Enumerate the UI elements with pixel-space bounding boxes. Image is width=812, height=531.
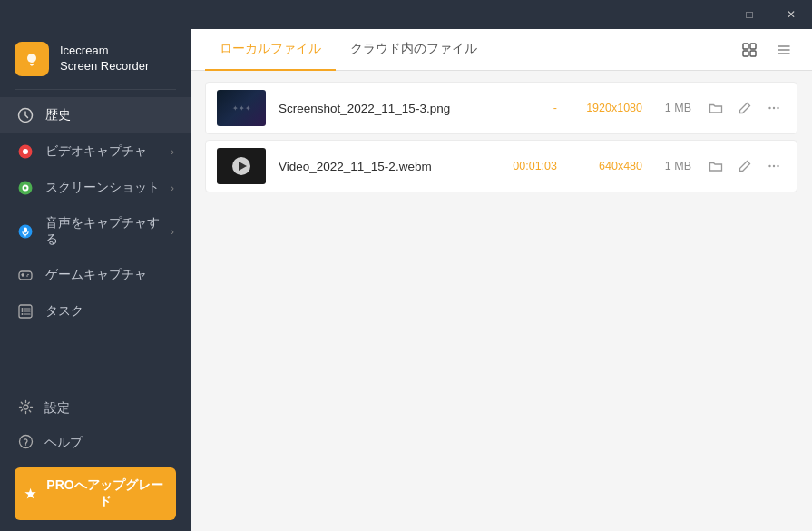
sidebar-item-game-label: ゲームキャプチャ bbox=[45, 267, 147, 283]
svg-rect-9 bbox=[24, 228, 27, 233]
sidebar-logo: Icecream Screen Recorder bbox=[0, 29, 191, 89]
main-content: ローカルファイル クラウド内のファイル bbox=[191, 29, 812, 531]
maximize-button[interactable]: □ bbox=[729, 0, 770, 29]
sidebar-item-audio-capture[interactable]: 音声をキャプチャする › bbox=[0, 206, 191, 257]
open-folder-button-2[interactable] bbox=[704, 154, 728, 178]
file-thumbnail-2 bbox=[217, 148, 266, 184]
more-button-1[interactable] bbox=[762, 96, 786, 120]
more-button-2[interactable] bbox=[762, 154, 786, 178]
svg-rect-30 bbox=[750, 51, 756, 56]
tab-cloud-files-label: クラウド内のファイル bbox=[350, 41, 477, 57]
svg-point-25 bbox=[20, 436, 33, 448]
view-toggle-group bbox=[736, 36, 797, 64]
svg-point-38 bbox=[773, 165, 775, 167]
file-duration-2: 00:01:03 bbox=[503, 160, 557, 172]
svg-point-15 bbox=[27, 274, 29, 276]
app-logo-icon bbox=[15, 42, 49, 76]
sidebar-item-tasks[interactable]: タスク bbox=[0, 293, 191, 329]
app-name: Icecream Screen Recorder bbox=[60, 44, 149, 74]
file-size-1: 1 MB bbox=[655, 102, 691, 114]
star-icon: ★ bbox=[24, 487, 36, 501]
minimize-button[interactable]: － bbox=[687, 0, 729, 29]
open-folder-button-1[interactable] bbox=[704, 96, 728, 120]
chevron-right-icon-3: › bbox=[171, 226, 174, 237]
file-size-2: 1 MB bbox=[655, 160, 691, 172]
sidebar-item-screenshot-label: スクリーンショット bbox=[45, 180, 160, 196]
grid-view-button[interactable] bbox=[736, 36, 763, 64]
file-resolution-1: 1920x1080 bbox=[570, 102, 642, 114]
sidebar-item-video-capture[interactable]: ビデオキャプチャ › bbox=[0, 133, 191, 170]
mic-icon bbox=[16, 222, 34, 241]
svg-point-4 bbox=[23, 149, 28, 154]
file-actions-2 bbox=[704, 154, 786, 178]
camera-icon bbox=[16, 179, 34, 197]
close-button[interactable]: ✕ bbox=[770, 0, 812, 29]
svg-point-35 bbox=[773, 107, 775, 109]
upgrade-button[interactable]: ★ PROへアップグレード bbox=[15, 467, 176, 520]
file-row: Video_2022_11_15-2.webm 00:01:03 640x480… bbox=[205, 140, 797, 192]
file-resolution-2: 640x480 bbox=[570, 160, 642, 172]
svg-rect-11 bbox=[19, 271, 32, 280]
tab-local-files-label: ローカルファイル bbox=[220, 41, 321, 57]
help-item[interactable]: ヘルプ bbox=[15, 426, 176, 460]
sidebar-item-screenshot[interactable]: スクリーンショット › bbox=[0, 170, 191, 206]
file-actions-1 bbox=[704, 96, 786, 120]
sidebar: Icecream Screen Recorder 歴史 bbox=[0, 29, 191, 531]
svg-point-22 bbox=[22, 313, 24, 315]
sidebar-item-video-label: ビデオキャプチャ bbox=[45, 143, 147, 160]
upgrade-label: PROへアップグレード bbox=[44, 477, 166, 510]
edit-button-2[interactable] bbox=[733, 154, 757, 178]
help-label: ヘルプ bbox=[44, 435, 83, 451]
window-controls: － □ ✕ bbox=[687, 0, 812, 29]
chevron-right-icon: › bbox=[171, 146, 174, 157]
file-name-1: Screenshot_2022_11_15-3.png bbox=[279, 102, 490, 115]
svg-rect-27 bbox=[743, 44, 748, 49]
sidebar-item-history-label: 歴史 bbox=[45, 107, 71, 123]
settings-label: 設定 bbox=[44, 400, 70, 417]
svg-point-16 bbox=[26, 275, 28, 277]
play-icon bbox=[232, 157, 250, 175]
svg-point-1 bbox=[27, 54, 36, 63]
game-icon bbox=[16, 266, 34, 284]
svg-rect-29 bbox=[743, 51, 748, 56]
edit-button-1[interactable] bbox=[733, 96, 757, 120]
sidebar-item-audio-label: 音声をキャプチャする bbox=[45, 215, 160, 248]
svg-point-7 bbox=[24, 187, 27, 190]
tab-local-files[interactable]: ローカルファイル bbox=[205, 29, 336, 71]
settings-item[interactable]: 設定 bbox=[15, 391, 176, 426]
gear-icon bbox=[18, 399, 34, 418]
svg-point-37 bbox=[768, 165, 770, 167]
title-bar: － □ ✕ bbox=[0, 0, 812, 29]
tab-cloud-files[interactable]: クラウド内のファイル bbox=[336, 29, 492, 71]
help-icon bbox=[18, 434, 34, 452]
file-thumbnail-1: ✦ ✦ ✦ bbox=[217, 90, 266, 126]
sidebar-item-tasks-label: タスク bbox=[45, 303, 83, 320]
svg-point-39 bbox=[777, 165, 778, 167]
file-name-2: Video_2022_11_15-2.webm bbox=[279, 160, 490, 173]
svg-point-20 bbox=[22, 310, 24, 312]
app-body: Icecream Screen Recorder 歴史 bbox=[0, 29, 812, 531]
tasks-icon bbox=[16, 302, 34, 320]
tabs-bar: ローカルファイル クラウド内のファイル bbox=[191, 29, 812, 71]
sidebar-item-history[interactable]: 歴史 bbox=[0, 97, 191, 133]
video-icon bbox=[16, 143, 34, 161]
svg-point-26 bbox=[25, 444, 26, 445]
svg-point-34 bbox=[768, 107, 770, 109]
svg-rect-28 bbox=[750, 44, 756, 49]
svg-point-18 bbox=[22, 308, 24, 310]
file-duration-1: - bbox=[503, 102, 557, 114]
sidebar-item-game-capture[interactable]: ゲームキャプチャ bbox=[0, 257, 191, 293]
clock-icon bbox=[16, 106, 34, 124]
sidebar-nav: 歴史 ビデオキャプチャ › bbox=[0, 90, 191, 380]
file-list: ✦ ✦ ✦ Screenshot_2022_11_15-3.png - 1920… bbox=[191, 71, 812, 531]
sidebar-bottom: 設定 ヘルプ ★ PROへアップグレード bbox=[0, 380, 191, 531]
list-view-button[interactable] bbox=[770, 36, 797, 64]
chevron-right-icon-2: › bbox=[171, 182, 174, 193]
file-row: ✦ ✦ ✦ Screenshot_2022_11_15-3.png - 1920… bbox=[205, 82, 797, 134]
svg-point-24 bbox=[24, 405, 28, 409]
svg-point-36 bbox=[777, 107, 778, 109]
